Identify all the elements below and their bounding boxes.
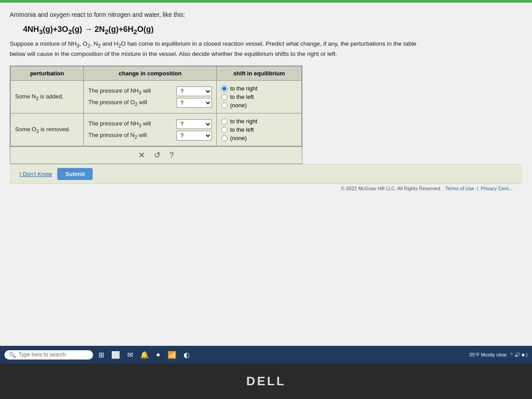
- comp-select-1b[interactable]: ? increase decrease stay the same: [176, 98, 212, 108]
- intro-line1: Ammonia and oxygen react to form nitroge…: [10, 11, 522, 20]
- table-row: Some N2 is added. The pressure of NH3 wi…: [10, 81, 302, 113]
- comp-select-1a[interactable]: ? increase decrease stay the same: [176, 86, 212, 96]
- weather-text: 35°F Mostly clear: [469, 352, 507, 357]
- composition-row-1b: The pressure of O2 will ? increase decre…: [88, 98, 212, 108]
- terms-of-use-link[interactable]: Terms of Use: [446, 186, 474, 191]
- radio-none-1[interactable]: [221, 102, 227, 109]
- equilibrium-2: to the right to the left (none): [216, 113, 302, 147]
- perturbation-2: Some O2 is removed.: [10, 113, 84, 147]
- dont-know-button[interactable]: I Don't Know: [20, 171, 52, 177]
- system-tray-icons: ^ 🔊 ■ ): [510, 352, 528, 358]
- composition-row-2a: The pressure of NH3 will ? increase decr…: [88, 119, 212, 129]
- radio-option-1-none[interactable]: (none): [221, 102, 297, 109]
- comp-label-2a: The pressure of NH3 will: [88, 120, 174, 128]
- comp-label-1b: The pressure of O2 will: [88, 99, 174, 107]
- taskbar: 🔍 ⊞ ⬜ ✉ 🔔 ● 📶 ◐ 35°F Mostly clear ^ 🔊 ■ …: [0, 346, 532, 364]
- radio-label-1-left: to the left: [230, 94, 254, 100]
- mail-icon[interactable]: ✉: [127, 351, 133, 359]
- start-icon[interactable]: ⊞: [98, 351, 104, 359]
- equilibrium-1: to the right to the left (none): [216, 81, 302, 113]
- search-icon: 🔍: [9, 352, 16, 358]
- radio-left-2[interactable]: [221, 127, 227, 133]
- col-header-perturbation: perturbation: [10, 66, 84, 81]
- edge-icon[interactable]: ◐: [184, 351, 190, 359]
- radio-option-1-right[interactable]: to the right: [221, 85, 297, 92]
- close-icon-btn[interactable]: ✕: [138, 150, 145, 160]
- radio-option-2-none[interactable]: (none): [221, 135, 297, 141]
- table-bottom-row: ✕ ↺ ?: [10, 147, 302, 164]
- help-icon-btn[interactable]: ?: [169, 151, 174, 160]
- submit-button[interactable]: Submit: [57, 168, 93, 180]
- wifi-icon[interactable]: 📶: [168, 351, 176, 359]
- comp-select-2b[interactable]: ? increase decrease stay the same: [176, 131, 212, 141]
- comp-select-2a[interactable]: ? increase decrease stay the same: [176, 119, 212, 129]
- composition-1: The pressure of NH3 will ? increase decr…: [84, 81, 217, 113]
- radio-label-1-none: (none): [230, 102, 247, 109]
- copyright-text: © 2022 McGraw Hill LLC. All Rights Reser…: [341, 186, 441, 191]
- radio-option-1-left[interactable]: to the left: [221, 94, 297, 100]
- col-header-composition: change in composition: [84, 66, 217, 81]
- radio-option-2-left[interactable]: to the left: [221, 126, 297, 133]
- radio-right-1[interactable]: [221, 86, 227, 92]
- dell-logo: DELL: [246, 374, 286, 388]
- bottom-bar: I Don't Know Submit: [10, 164, 522, 184]
- footer-bar: © 2022 McGraw Hill LLC. All Rights Reser…: [10, 184, 522, 193]
- radio-group-2: to the right to the left (none): [221, 116, 297, 143]
- radio-left-1[interactable]: [221, 94, 227, 100]
- radio-label-2-none: (none): [230, 135, 247, 141]
- radio-group-1: to the right to the left (none): [221, 83, 297, 110]
- chemical-equation: 4NH3(g)+3O2(g) → 2N2(g)+6H2O(g): [23, 25, 522, 35]
- col-header-equilibrium: shift in equilibrium: [216, 66, 302, 81]
- comp-label-2b: The pressure of N2 will: [88, 132, 174, 140]
- search-input[interactable]: [19, 352, 85, 358]
- composition-row-2b: The pressure of N2 will ? increase decre…: [88, 131, 212, 141]
- taskview-icon[interactable]: ⬜: [111, 351, 120, 359]
- privacy-link[interactable]: Privacy Cent...: [481, 186, 512, 191]
- radio-right-2[interactable]: [221, 118, 227, 125]
- composition-2: The pressure of NH3 will ? increase decr…: [84, 113, 217, 147]
- bell-icon[interactable]: 🔔: [140, 351, 149, 359]
- chrome-icon[interactable]: ●: [156, 351, 160, 359]
- radio-option-2-right[interactable]: to the right: [221, 118, 297, 125]
- radio-label-2-right: to the right: [230, 118, 257, 125]
- taskbar-right: 35°F Mostly clear ^ 🔊 ■ ): [469, 352, 528, 358]
- description-text: Suppose a mixture of NH3, O2, N2 and H2O…: [10, 39, 522, 59]
- radio-none-2[interactable]: [221, 135, 227, 141]
- radio-label-2-left: to the left: [230, 126, 254, 133]
- main-content: Ammonia and oxygen react to form nitroge…: [0, 3, 532, 346]
- refresh-icon-btn[interactable]: ↺: [154, 150, 160, 160]
- perturbation-1: Some N2 is added.: [10, 81, 84, 113]
- radio-label-1-right: to the right: [230, 85, 257, 92]
- taskbar-search-box[interactable]: 🔍: [4, 350, 93, 360]
- table-row: Some O2 is removed. The pressure of NH3 …: [10, 113, 302, 147]
- equilibrium-table: perturbation change in composition shift…: [10, 66, 302, 147]
- bezel-area: DELL: [0, 364, 532, 399]
- composition-row-1a: The pressure of NH3 will ? increase decr…: [88, 86, 212, 96]
- comp-label-1a: The pressure of NH3 will: [88, 87, 174, 95]
